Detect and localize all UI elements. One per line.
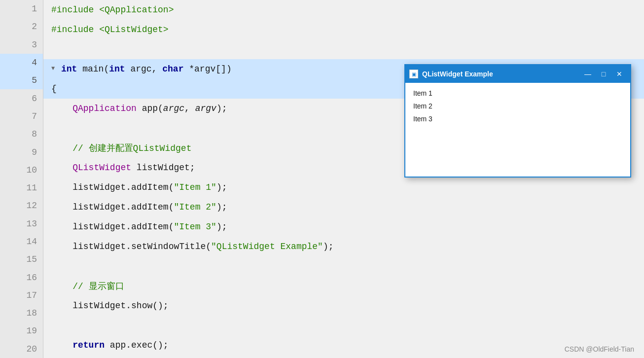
- token: argc: [163, 104, 184, 113]
- code-line-15: // 显示窗口: [43, 276, 644, 296]
- minimize-button[interactable]: —: [581, 68, 595, 80]
- list-item[interactable]: Item 2: [411, 100, 624, 112]
- maximize-button[interactable]: □: [597, 68, 610, 80]
- line-numbers: 1234567891011121314151617181920: [0, 0, 43, 358]
- line-number-9: 9: [0, 143, 43, 161]
- window-list-content: Item 1Item 2Item 3: [405, 83, 630, 177]
- code-line-16: listWidget.show();: [43, 296, 644, 316]
- line-number-14: 14: [0, 233, 43, 251]
- token: listWidget.setWindowTitle(: [51, 242, 211, 251]
- line-number-13: 13: [0, 215, 43, 233]
- token: );: [216, 182, 227, 192]
- watermark: CSDN @OldField-Tian: [565, 345, 634, 353]
- token: "Item 2": [174, 202, 216, 212]
- token: listWidget.addItem(: [51, 202, 174, 212]
- line-number-18: 18: [0, 304, 43, 322]
- line-number-1: 1: [0, 0, 43, 18]
- code-line-18: return app.exec();: [43, 335, 644, 355]
- line-number-2: 2: [0, 18, 43, 36]
- code-lines: #include <QApplication>#include <QListWi…: [43, 0, 644, 358]
- code-line-14: [43, 256, 644, 276]
- code-line-1: #include <QApplication>: [43, 0, 644, 20]
- token: argv: [195, 104, 216, 113]
- token: );: [323, 242, 334, 251]
- list-item[interactable]: Item 1: [411, 87, 624, 100]
- token: {: [51, 84, 57, 94]
- token: #include <QApplication>: [51, 5, 174, 15]
- token: listWidget.addItem(: [51, 182, 174, 192]
- list-item[interactable]: Item 3: [411, 112, 624, 125]
- line-number-17: 17: [0, 286, 43, 304]
- code-line-17: [43, 316, 644, 335]
- token: *argv[]): [183, 64, 231, 74]
- token: "Item 1": [174, 182, 216, 192]
- token: [51, 163, 72, 173]
- token: "QListWidget Example": [211, 242, 323, 251]
- line-number-15: 15: [0, 251, 43, 268]
- line-number-4: 4: [0, 54, 43, 72]
- token: int: [61, 64, 77, 74]
- code-area: #include <QApplication>#include <QListWi…: [43, 0, 644, 358]
- window-controls[interactable]: — □ ✕: [581, 68, 626, 80]
- window-titlebar: ▣ QListWidget Example — □ ✕: [405, 65, 630, 83]
- token: #include <QListWidget>: [51, 25, 169, 35]
- token: );: [216, 222, 227, 232]
- line-number-7: 7: [0, 107, 43, 125]
- token: [51, 340, 72, 350]
- close-button[interactable]: ✕: [612, 68, 626, 80]
- token: main(: [77, 64, 109, 74]
- code-line-19: }: [43, 355, 644, 358]
- token: listWidget;: [131, 163, 195, 173]
- token: QListWidget: [72, 163, 131, 173]
- token: int: [109, 64, 125, 74]
- code-line-3: [43, 39, 644, 59]
- code-line-10: listWidget.addItem("Item 1");: [43, 178, 644, 197]
- code-editor: 1234567891011121314151617181920 #include…: [0, 0, 644, 358]
- line-number-6: 6: [0, 89, 43, 107]
- token: argc,: [125, 64, 163, 74]
- window-app-icon: ▣: [409, 70, 418, 78]
- token: "Item 3": [174, 222, 216, 232]
- line-number-16: 16: [0, 268, 43, 286]
- collapse-arrow[interactable]: ▼: [51, 65, 59, 73]
- line-number-11: 11: [0, 179, 43, 197]
- line-number-3: 3: [0, 36, 43, 54]
- token: char: [162, 64, 183, 74]
- token: QApplication: [72, 104, 137, 113]
- floating-window[interactable]: ▣ QListWidget Example — □ ✕ Item 1Item 2…: [404, 64, 631, 178]
- token: [51, 104, 72, 113]
- token: app.exec();: [105, 340, 169, 350]
- line-number-12: 12: [0, 197, 43, 215]
- line-number-20: 20: [0, 340, 43, 358]
- code-line-11: listWidget.addItem("Item 2");: [43, 197, 644, 217]
- token: listWidget.addItem(: [51, 222, 174, 232]
- token: ,: [184, 104, 195, 113]
- code-line-12: listWidget.addItem("Item 3");: [43, 217, 644, 237]
- line-number-5: 5: [0, 72, 43, 89]
- token: );: [216, 202, 227, 212]
- token: // 创建并配置QListWidget: [51, 142, 191, 154]
- code-line-2: #include <QListWidget>: [43, 20, 644, 39]
- token: );: [216, 104, 227, 113]
- window-title: QListWidget Example: [422, 70, 581, 78]
- code-line-13: listWidget.setWindowTitle("QListWidget E…: [43, 237, 644, 256]
- token: return: [72, 340, 105, 350]
- token: listWidget.show();: [51, 301, 169, 311]
- line-number-10: 10: [0, 161, 43, 179]
- line-number-19: 19: [0, 322, 43, 340]
- token: app(: [137, 104, 163, 113]
- token: // 显示窗口: [51, 280, 124, 292]
- line-number-8: 8: [0, 125, 43, 143]
